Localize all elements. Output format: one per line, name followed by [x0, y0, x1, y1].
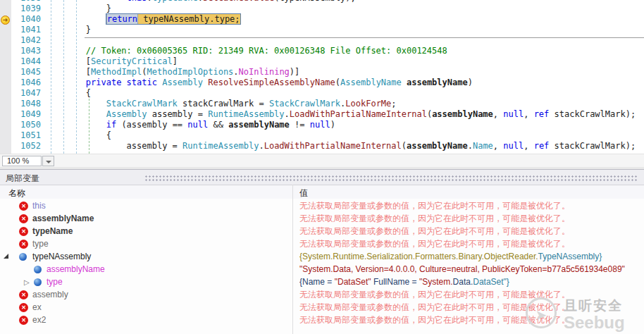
titlebar-grip-dots	[144, 175, 638, 181]
line-number: 1042	[14, 35, 41, 46]
zoom-level-input[interactable]: 100 %	[2, 156, 42, 166]
field-icon	[34, 278, 42, 286]
locals-grid-header: 名称 值	[0, 185, 644, 199]
code-line[interactable]: 1051 {	[0, 130, 644, 141]
variable-name: ex	[32, 301, 42, 314]
code-line[interactable]: 1049 Assembly assembly = RuntimeAssembly…	[0, 109, 644, 120]
variable-row[interactable]: ✕ex无法获取局部变量或参数的值，因为它在此时不可用，可能是被优化了。	[0, 301, 644, 314]
variable-name: assemblyName	[32, 212, 94, 225]
variable-name: assemblyName	[47, 263, 105, 276]
line-number: 1049	[14, 109, 41, 120]
variable-row[interactable]: ✕typeName无法获取局部变量或参数的值，因为它在此时不可用，可能是被优化了…	[0, 225, 644, 237]
error-icon: ✕	[19, 290, 28, 299]
variable-name: typeNAssembly	[32, 250, 91, 263]
code-line[interactable]: 1052 assembly = RuntimeAssembly.LoadWith…	[0, 141, 644, 151]
line-number: 1047	[14, 88, 41, 99]
variable-name: assembly	[32, 288, 68, 301]
variable-row[interactable]: ✕assemblyName无法获取局部变量或参数的值，因为它在此时不可用，可能是…	[0, 212, 644, 225]
code-line[interactable]: 1045 [MethodImpl(MethodImplOptions.NoInl…	[0, 67, 644, 78]
variable-row[interactable]: ✕ex2无法获取局部变量或参数的值，因为它在此时不可用，可能是被优化了。	[0, 314, 644, 326]
chevron-down-icon	[46, 161, 51, 163]
code-line[interactable]: 1042	[0, 35, 644, 46]
locals-titlebar[interactable]: 局部变量	[0, 169, 644, 185]
current-statement-arrow-icon[interactable]: ➜	[1, 16, 10, 25]
locals-rows: ✕this无法获取局部变量或参数的值，因为它在此时不可用，可能是被优化了。✕as…	[0, 199, 644, 334]
locals-panel: 局部变量 名称 值 ✕this无法获取局部变量或参数的值，因为它在此时不可用，可…	[0, 169, 644, 334]
code-line[interactable]: 1050 if (assembly == null && assemblyNam…	[0, 120, 644, 130]
line-number: 1051	[14, 130, 41, 141]
code-line[interactable]: 1043 // Token: 0x06005365 RID: 21349 RVA…	[0, 46, 644, 56]
variable-row[interactable]: typeNAssembly{System.Runtime.Serializati…	[0, 250, 644, 263]
code-line[interactable]: 1041 }	[0, 25, 644, 35]
variable-name: type	[32, 237, 49, 250]
line-number: 1046	[14, 78, 41, 88]
column-header-name[interactable]: 名称	[8, 187, 25, 199]
field-icon	[19, 253, 27, 261]
field-icon	[34, 266, 42, 273]
variable-value: "System.Data, Version=4.0.0.0, Culture=n…	[299, 263, 644, 276]
variable-value: 无法获取局部变量或参数的值，因为它在此时不可用，可能是被优化了。	[299, 199, 644, 212]
variable-value: 无法获取局部变量或参数的值，因为它在此时不可用，可能是被优化了。	[299, 288, 644, 301]
variable-name: type	[47, 276, 63, 288]
line-number: 1048	[14, 99, 41, 109]
variable-value: {System.Runtime.Serialization.Formatters…	[299, 250, 644, 263]
expander-collapsed-icon[interactable]: ▷	[24, 276, 30, 288]
error-icon: ✕	[19, 227, 28, 236]
locals-title: 局部变量	[6, 173, 39, 185]
error-icon: ✕	[19, 214, 28, 223]
variable-row[interactable]: ▷type{Name = "DataSet" FullName = "Syste…	[0, 276, 644, 288]
editor-bottom-strip: 100 %	[0, 154, 644, 167]
code-editor[interactable]: 1038 this.typeCache.SetCachedValue(typeN…	[0, 0, 644, 154]
code-line[interactable]: 1044 [SecurityCritical]	[0, 56, 644, 67]
expander-expanded-icon[interactable]	[4, 254, 8, 259]
line-number: 1050	[14, 120, 41, 130]
variable-value: 无法获取局部变量或参数的值，因为它在此时不可用，可能是被优化了。	[299, 225, 644, 237]
line-number: 1052	[14, 141, 41, 151]
error-icon: ✕	[19, 316, 28, 325]
variable-value: 无法获取局部变量或参数的值，因为它在此时不可用，可能是被优化了。	[299, 237, 644, 250]
current-statement-highlight: return typeNAssembly.type;	[106, 14, 240, 24]
variable-value: 无法获取局部变量或参数的值，因为它在此时不可用，可能是被优化了。	[299, 212, 644, 225]
variable-value: 无法获取局部变量或参数的值，因为它在此时不可用，可能是被优化了。	[299, 301, 644, 314]
line-number: 1040	[14, 14, 41, 25]
variable-name: this	[32, 199, 46, 212]
variable-name: typeName	[32, 225, 73, 237]
variable-name: ex2	[32, 314, 46, 326]
code-line[interactable]: 1047 {	[0, 88, 644, 99]
variable-value: {Name = "DataSet" FullName = "System.Dat…	[299, 276, 644, 288]
code-line[interactable]: 1048 StackCrawlMark stackCrawlMark = Sta…	[0, 99, 644, 109]
code-line[interactable]: 1040 return typeNAssembly.type;	[0, 14, 644, 25]
code-line[interactable]: 1046 private static Assembly ResolveSimp…	[0, 78, 644, 88]
variable-row[interactable]: assemblyName"System.Data, Version=4.0.0.…	[0, 263, 644, 276]
line-number: 1039	[14, 4, 41, 14]
error-icon: ✕	[19, 202, 28, 211]
zoom-dropdown-button[interactable]	[42, 156, 54, 166]
code-lines: 1038 this.typeCache.SetCachedValue(typeN…	[0, 0, 644, 154]
column-header-value[interactable]: 值	[299, 187, 308, 199]
variable-row[interactable]: ✕assembly无法获取局部变量或参数的值，因为它在此时不可用，可能是被优化了…	[0, 288, 644, 301]
variable-row[interactable]: ✕this无法获取局部变量或参数的值，因为它在此时不可用，可能是被优化了。	[0, 199, 644, 212]
variable-row[interactable]: ✕type无法获取局部变量或参数的值，因为它在此时不可用，可能是被优化了。	[0, 237, 644, 250]
error-icon: ✕	[19, 240, 28, 249]
debugger-window: 1038 this.typeCache.SetCachedValue(typeN…	[0, 0, 644, 334]
line-number: 1043	[14, 46, 41, 56]
variable-value: 无法获取局部变量或参数的值，因为它在此时不可用，可能是被优化了。	[299, 314, 644, 326]
line-number: 1045	[14, 67, 41, 78]
line-number: 1044	[14, 56, 41, 67]
line-number: 1041	[14, 25, 41, 35]
error-icon: ✕	[19, 303, 28, 312]
code-line[interactable]: 1039 }	[0, 4, 644, 14]
